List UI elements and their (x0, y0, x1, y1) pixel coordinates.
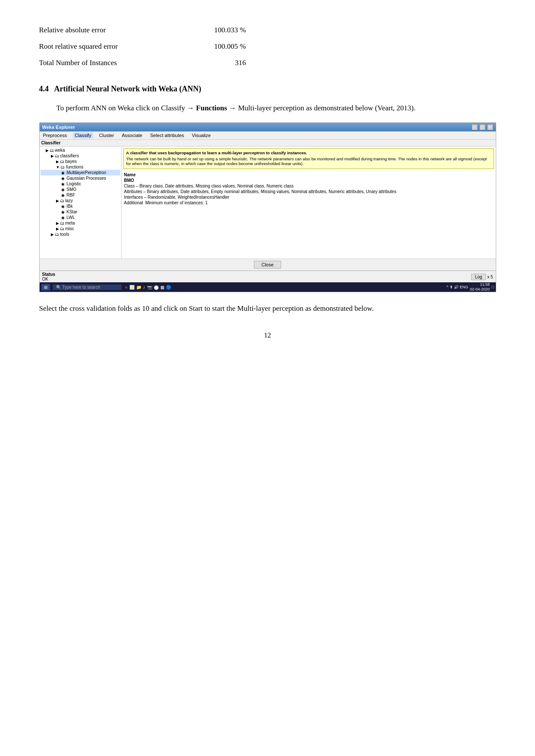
weka-window-controls[interactable]: – □ × (472, 124, 493, 130)
tree-item-tools[interactable]: ▶🗂 tools (41, 231, 120, 237)
maximize-button[interactable]: □ (479, 124, 485, 130)
stats-table: Relative absolute error 100.033 % Root r… (39, 26, 496, 67)
status-label: Status (42, 272, 56, 277)
tree-item-bayes[interactable]: ▶🗂 bayes (41, 159, 120, 164)
info-additional: Additional Minimum number of instances: … (124, 200, 493, 205)
stats-row: Root relative squared error 100.005 % (39, 42, 496, 51)
tree-item-gaussian[interactable]: ◉ Gaussian Processes (41, 175, 120, 181)
info-name: Name (124, 172, 493, 177)
info-interfaces: Interfaces – Randomizable, WeightedInsta… (124, 195, 493, 200)
tree-item-lazy[interactable]: ▶🗂 lazy (41, 198, 120, 203)
tooltip-title: A classifier that uses backpropagation t… (126, 150, 491, 155)
taskbar-icon-grid[interactable]: ▦ (160, 285, 164, 290)
tree-item-rbf[interactable]: ◉ RBF (41, 192, 120, 198)
stats-value: 100.005 % (177, 42, 246, 51)
bottom-controls: Close (40, 259, 496, 270)
tree-item-misc[interactable]: ▶🗂 misc (41, 226, 120, 231)
weka-window: Weka Explorer – □ × Preprocess Classify … (39, 122, 496, 292)
tree-item-kstar[interactable]: ◉ KStar (41, 209, 120, 215)
taskbar-icon-square[interactable]: ⬜ (129, 285, 135, 290)
intro-text: To perform ANN on Weka click on Classify… (56, 104, 416, 112)
weka-menubar: Preprocess Classify Cluster Associate Se… (40, 131, 496, 140)
capabilities-text: Class – Binary class, Date attributes, M… (124, 184, 294, 188)
tree-item-multilayer[interactable]: ◉ MultilayerPerceptron (41, 170, 120, 175)
minimize-button[interactable]: – (472, 124, 478, 130)
clock-time: 11:58 (470, 282, 490, 287)
log-area: Log x 5 (471, 274, 493, 280)
x5-indicator: x 5 (487, 275, 493, 279)
footer-paragraph: Select the cross validation folds as 10 … (39, 303, 496, 314)
tooltip-area: A classifier that uses backpropagation t… (123, 148, 494, 169)
attributes-text: Attributes – Binary attributes, Date att… (124, 189, 397, 194)
footer-text: Select the cross validation folds as 10 … (39, 304, 374, 312)
taskbar-search[interactable]: 🔍 Type here to search (53, 284, 122, 290)
name-label: Name (124, 172, 136, 177)
status-area: Status OK (42, 272, 56, 281)
stats-value: 316 (177, 59, 246, 67)
taskbar-icon-circle[interactable]: ⬤ (154, 285, 159, 290)
windows-taskbar: ⊞ 🔍 Type here to search ○ ⬜ 📁 ♪ 📷 ⬤ ▦ 🔵 … (40, 282, 496, 292)
menu-cluster[interactable]: Cluster (97, 132, 116, 138)
tooltip-description: The network can be built by hand or set … (126, 156, 491, 166)
taskbar-icon-o[interactable]: ○ (125, 285, 128, 290)
interfaces-text: Interfaces – Randomizable, WeightedInsta… (124, 195, 229, 200)
info-attributes: Attributes – Binary attributes, Date att… (124, 189, 493, 194)
menu-select-attributes[interactable]: Select attributes (148, 132, 186, 138)
taskbar-icon-music[interactable]: ♪ (143, 285, 145, 290)
taskbar-icon-blue[interactable]: 🔵 (166, 285, 171, 290)
taskbar-icon-camera[interactable]: 📷 (147, 285, 152, 290)
intro-paragraph: To perform ANN on Weka click on Classify… (39, 102, 496, 114)
info-bmo: BMO (124, 178, 493, 183)
menu-visualize[interactable]: Visualize (190, 132, 213, 138)
weka-main-body: ▶🗂 weka ▶🗂 classifiers ▶🗂 bayes ▼🗂 funct… (40, 147, 496, 259)
weka-titlebar: Weka Explorer – □ × (40, 123, 496, 131)
close-button[interactable]: × (487, 124, 493, 130)
section-title: Artificial Neural Network with Weka (ANN… (54, 84, 201, 93)
info-area: Name BMO Class – Binary class, Date attr… (122, 171, 496, 208)
taskbar-search-label: Type here to search (62, 285, 100, 290)
section-number: 4.4 (39, 84, 49, 93)
info-capabilities: Class – Binary class, Date attributes, M… (124, 184, 493, 188)
additional-value: Minimum number of instances: 1 (145, 200, 208, 205)
tree-item-classifiers[interactable]: ▶🗂 classifiers (41, 153, 120, 159)
clock-date: 02-04-2020 (470, 287, 490, 292)
page-number: 12 (39, 331, 496, 339)
page-content: Relative absolute error 100.033 % Root r… (39, 26, 496, 339)
taskbar-clock: 11:58 02-04-2020 (470, 282, 490, 292)
tree-item-weka[interactable]: ▶🗂 weka (41, 147, 120, 153)
menu-preprocess[interactable]: Preprocess (41, 132, 69, 138)
tree-item-logistic[interactable]: ◉ Logistic (41, 181, 120, 187)
taskbar-icons: ○ ⬜ 📁 ♪ 📷 ⬤ ▦ 🔵 (125, 285, 171, 290)
bmo-label: BMO (124, 178, 134, 183)
weka-title: Weka Explorer (42, 125, 75, 130)
weka-right-panel: A classifier that uses backpropagation t… (122, 147, 496, 259)
weka-tree: ▶🗂 weka ▶🗂 classifiers ▶🗂 bayes ▼🗂 funct… (40, 147, 122, 259)
log-button[interactable]: Log (471, 274, 486, 280)
tree-item-smo[interactable]: ◉ SMO (41, 187, 120, 192)
stats-label: Root relative squared error (39, 42, 177, 51)
stats-label: Relative absolute error (39, 26, 177, 34)
menu-associate[interactable]: Associate (120, 132, 144, 138)
tree-item-lwl[interactable]: ◉ LWL (41, 215, 120, 220)
status-ok: OK (42, 277, 48, 281)
weka-close-button[interactable]: Close (254, 261, 281, 269)
stats-row: Total Number of Instances 316 (39, 59, 496, 67)
taskbar-desktop-btn[interactable]: □ (491, 285, 494, 289)
taskbar-right: ^ ⬆ 🔊 ENG 11:58 02-04-2020 □ (447, 282, 494, 292)
classifier-label: Classifier (40, 140, 496, 147)
taskbar-icon-folder[interactable]: 📁 (136, 285, 141, 290)
additional-label: Additional (124, 200, 143, 205)
section-heading: 4.4 Artificial Neural Network with Weka … (39, 84, 496, 94)
tree-item-ibk[interactable]: ◉ IBk (41, 203, 120, 209)
tree-item-functions[interactable]: ▼🗂 functions (41, 164, 120, 170)
stats-label: Total Number of Instances (39, 59, 177, 67)
status-footer: Status OK Log x 5 (40, 270, 496, 282)
taskbar-sys-icons: ^ ⬆ 🔊 ENG (447, 285, 468, 289)
stats-row: Relative absolute error 100.033 % (39, 26, 496, 34)
start-button[interactable]: ⊞ (41, 284, 50, 291)
menu-classify[interactable]: Classify (73, 132, 93, 138)
stats-value: 100.033 % (177, 26, 246, 34)
tree-item-meta[interactable]: ▶🗂 meta (41, 220, 120, 226)
